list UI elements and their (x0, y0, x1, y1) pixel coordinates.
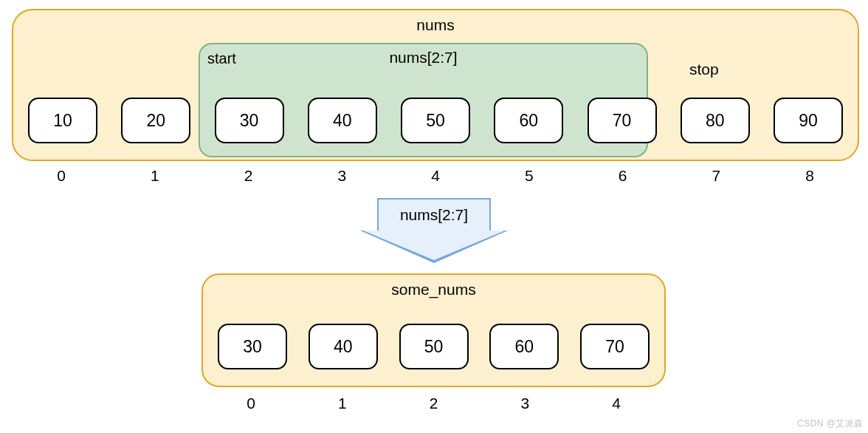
source-cell: 80 (681, 98, 750, 143)
result-index: 2 (399, 395, 469, 412)
result-index: 3 (490, 395, 559, 412)
result-cell: 40 (309, 324, 378, 369)
source-index-row: 0 1 2 3 4 5 6 7 8 (12, 167, 859, 185)
arrow-label: nums[2:7] (377, 198, 491, 231)
stop-label: stop (689, 61, 719, 78)
result-cells-row: 30 40 50 60 70 (203, 324, 664, 369)
source-array-name: nums (13, 16, 858, 34)
source-cells-row: 10 20 30 40 50 60 70 80 90 (13, 98, 858, 143)
source-cell: 60 (494, 98, 563, 143)
result-cell: 30 (218, 324, 287, 369)
source-index: 3 (307, 167, 376, 185)
source-cell: 70 (588, 98, 657, 143)
result-array-name: some_nums (203, 281, 664, 299)
result-index: 0 (216, 395, 286, 412)
source-cell: 30 (215, 98, 284, 143)
arrow-head-icon (360, 231, 508, 263)
source-index: 2 (214, 167, 283, 185)
source-cell: 40 (308, 98, 377, 143)
source-index: 4 (401, 167, 470, 185)
source-index: 1 (120, 167, 190, 185)
result-cell: 50 (399, 324, 469, 369)
watermark-text: CSDN @艾派森 (797, 417, 864, 430)
result-cell: 70 (580, 324, 650, 369)
slice-expression: nums[2:7] (200, 49, 647, 67)
source-cell: 10 (28, 98, 97, 143)
source-index: 0 (27, 167, 96, 185)
source-cell: 20 (121, 98, 190, 143)
source-index: 5 (495, 167, 564, 185)
source-cell: 50 (401, 98, 470, 143)
source-array-box: nums start nums[2:7] stop 10 20 30 40 50… (12, 9, 859, 161)
source-index: 6 (588, 167, 658, 185)
diagram-canvas: nums start nums[2:7] stop 10 20 30 40 50… (0, 0, 868, 433)
result-index-row: 0 1 2 3 4 (202, 395, 666, 412)
slice-arrow-icon: nums[2:7] (360, 198, 508, 269)
start-label: start (207, 50, 236, 67)
source-cell: 90 (774, 98, 843, 143)
result-cell: 60 (489, 324, 559, 369)
result-index: 4 (582, 395, 651, 412)
source-index: 8 (775, 167, 844, 185)
source-index: 7 (681, 167, 751, 185)
result-array-box: some_nums 30 40 50 60 70 (202, 273, 666, 387)
result-index: 1 (308, 395, 377, 412)
